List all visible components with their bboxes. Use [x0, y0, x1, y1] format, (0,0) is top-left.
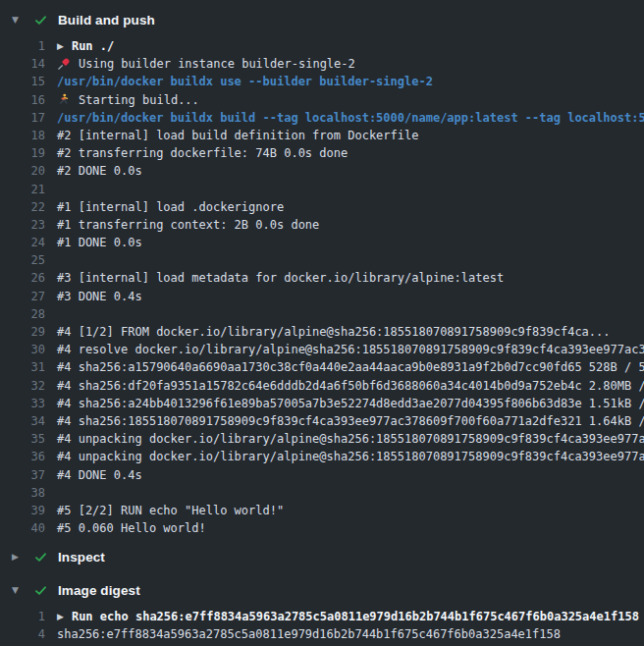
line-number[interactable]: 35	[0, 430, 45, 448]
log-text: #4 resolve docker.io/library/alpine@sha2…	[57, 341, 644, 358]
line-number[interactable]: 21	[0, 181, 45, 198]
line-number[interactable]: 24	[0, 234, 45, 251]
log-text: #4 [1/2] FROM docker.io/library/alpine@s…	[57, 323, 611, 341]
log-text: #3 [internal] load metadata for docker.i…	[57, 269, 504, 287]
section-header-image-digest[interactable]: ▼Image digest	[0, 576, 644, 604]
log-line: 1▶Run ./	[0, 37, 644, 55]
log-text: /usr/bin/docker buildx use --builder bui…	[57, 73, 433, 90]
section-title: Image digest	[58, 583, 140, 598]
log-line: 32#4 sha256:df20fa9351a15782c64e6dddb2d4…	[0, 377, 644, 395]
line-number[interactable]: 27	[0, 288, 45, 305]
log-line: 38	[0, 484, 644, 502]
log-text: #2 DONE 0.0s	[57, 162, 142, 180]
log-line: 4sha256:e7ff8834a5963a2785c5a0811e979d16…	[0, 625, 644, 643]
expand-toggle-icon[interactable]: ▶	[57, 608, 64, 625]
success-check-icon	[33, 549, 49, 565]
line-number[interactable]: 39	[0, 502, 45, 519]
log-line: 27#3 DONE 0.4s	[0, 288, 644, 305]
log-line: 21	[0, 181, 644, 198]
section-header-inspect[interactable]: ▶Inspect	[0, 543, 644, 570]
log-text: Run ./	[72, 37, 114, 55]
line-number[interactable]: 28	[0, 305, 45, 323]
log-line: 24#1 DONE 0.0s	[0, 234, 644, 251]
log-line: 33#4 sha256:a24bb4013296f61e89ba57005a7b…	[0, 395, 644, 412]
log-line: 29#4 [1/2] FROM docker.io/library/alpine…	[0, 323, 644, 341]
line-number[interactable]: 16	[0, 91, 45, 109]
log-text: #4 sha256:185518070891758909c9f839cf4ca3…	[57, 412, 644, 430]
expand-toggle-icon[interactable]: ▶	[57, 37, 64, 55]
log-line: 34#4 sha256:185518070891758909c9f839cf4c…	[0, 412, 644, 430]
log-text: #4 unpacking docker.io/library/alpine@sh…	[57, 448, 644, 465]
log-text: /usr/bin/docker buildx build --tag local…	[57, 109, 644, 127]
log-line: 16Starting build...	[0, 91, 644, 109]
log-line: 1▶Run echo sha256:e7ff8834a5963a2785c5a0…	[0, 608, 644, 625]
log-text: #3 DONE 0.4s	[57, 288, 142, 305]
section-header-build-and-push[interactable]: ▼Build and push	[0, 6, 644, 33]
log-text: #1 transferring context: 2B 0.0s done	[57, 216, 319, 234]
log-line: 14Using builder instance builder-single-…	[0, 55, 644, 73]
chevron-right-icon[interactable]: ▶	[12, 552, 33, 562]
log-line: 36#4 unpacking docker.io/library/alpine@…	[0, 448, 644, 465]
chevron-down-icon[interactable]: ▼	[12, 585, 33, 595]
log-line: 22#1 [internal] load .dockerignore	[0, 198, 644, 216]
log-text: #5 0.060 Hello world!	[57, 519, 206, 537]
success-check-icon	[33, 12, 49, 27]
log-line: 40#5 0.060 Hello world!	[0, 519, 644, 537]
line-number[interactable]: 29	[0, 323, 45, 341]
log-text: sha256:e7ff8834a5963a2785c5a0811e979d16b…	[57, 625, 561, 643]
line-number[interactable]: 22	[0, 198, 45, 216]
line-number[interactable]: 15	[0, 73, 45, 90]
line-number[interactable]: 19	[0, 144, 45, 162]
log-line: 17/usr/bin/docker buildx build --tag loc…	[0, 109, 644, 127]
line-number[interactable]: 14	[0, 55, 45, 73]
line-number[interactable]: 17	[0, 109, 45, 127]
line-number[interactable]: 18	[0, 127, 45, 144]
line-number[interactable]: 34	[0, 412, 45, 430]
success-check-icon	[33, 582, 49, 598]
workflow-log: ▼Build and push1▶Run ./14Using builder i…	[0, 0, 644, 646]
line-number[interactable]: 36	[0, 448, 45, 465]
log-text: #2 transferring dockerfile: 74B 0.0s don…	[57, 144, 348, 162]
log-line: 28	[0, 305, 644, 323]
line-number[interactable]: 20	[0, 162, 45, 180]
log-line: 31#4 sha256:a15790640a6690aa1730c38cf0a4…	[0, 358, 644, 376]
log-text: #4 DONE 0.4s	[57, 466, 142, 484]
log-text: Starting build...	[79, 91, 199, 109]
section-title: Build and push	[58, 13, 155, 27]
log-line: 26#3 [internal] load metadata for docker…	[0, 269, 644, 287]
pin-icon	[57, 57, 71, 71]
log-line: 18#2 [internal] load build definition fr…	[0, 127, 644, 144]
line-number[interactable]: 1	[0, 37, 45, 55]
log-text: #4 sha256:df20fa9351a15782c64e6dddb2d4a6…	[57, 377, 644, 395]
log-line: 15/usr/bin/docker buildx use --builder b…	[0, 73, 644, 90]
log-text: Using builder instance builder-single-2	[79, 55, 355, 73]
line-number[interactable]: 26	[0, 269, 45, 287]
log-text: #4 unpacking docker.io/library/alpine@sh…	[57, 430, 644, 448]
log-line: 25	[0, 251, 644, 269]
chevron-down-icon[interactable]: ▼	[12, 15, 33, 25]
line-number[interactable]: 37	[0, 466, 45, 484]
log-line: 35#4 unpacking docker.io/library/alpine@…	[0, 430, 644, 448]
line-number[interactable]: 38	[0, 484, 45, 502]
log-line: 37#4 DONE 0.4s	[0, 466, 644, 484]
line-number[interactable]: 25	[0, 251, 45, 269]
log-text: #5 [2/2] RUN echo "Hello world!"	[57, 502, 284, 519]
line-number[interactable]: 32	[0, 377, 45, 395]
log-line: 23#1 transferring context: 2B 0.0s done	[0, 216, 644, 234]
line-number[interactable]: 23	[0, 216, 45, 234]
line-number[interactable]: 4	[0, 625, 45, 643]
line-number[interactable]: 31	[0, 358, 45, 376]
log-lines-build-and-push: 1▶Run ./14Using builder instance builder…	[0, 33, 644, 543]
log-text: #2 [internal] load build definition from…	[57, 127, 418, 144]
log-text: #4 sha256:a24bb4013296f61e89ba57005a7b3e…	[57, 395, 644, 412]
line-number[interactable]: 1	[0, 608, 45, 625]
section-title: Inspect	[58, 550, 105, 565]
log-line: 30#4 resolve docker.io/library/alpine@sh…	[0, 341, 644, 358]
log-line: 19#2 transferring dockerfile: 74B 0.0s d…	[0, 144, 644, 162]
log-line: 20#2 DONE 0.0s	[0, 162, 644, 180]
line-number[interactable]: 40	[0, 519, 45, 537]
line-number[interactable]: 33	[0, 395, 45, 412]
log-lines-image-digest: 1▶Run echo sha256:e7ff8834a5963a2785c5a0…	[0, 604, 644, 646]
line-number[interactable]: 30	[0, 341, 45, 358]
log-text: Run echo sha256:e7ff8834a5963a2785c5a081…	[72, 608, 639, 625]
